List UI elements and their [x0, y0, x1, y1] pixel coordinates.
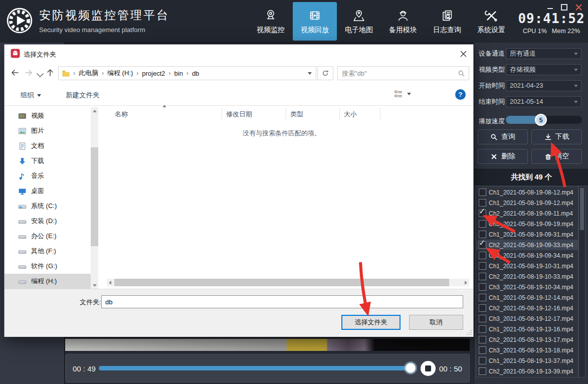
sidebar-item-documents[interactable]: 文档 [5, 138, 91, 153]
cancel-button[interactable]: 取消 [409, 315, 463, 330]
file-checkbox[interactable] [479, 252, 486, 259]
sidebar-item-downloads[interactable]: 下载 [5, 153, 91, 168]
breadcrumb-drive-h[interactable]: 编程 (H:) [107, 69, 133, 78]
file-list-item[interactable]: Ch1_2021-05-08-19-13-37.mp4 [476, 355, 578, 366]
file-list-item[interactable]: Ch1_2021-05-08-19-10-31.mp4 [476, 261, 578, 271]
maximize-icon[interactable] [561, 4, 567, 11]
start-date-picker[interactable]: 2021-04-23 [506, 80, 581, 91]
file-checkbox[interactable] [479, 294, 486, 301]
file-checkbox[interactable] [479, 325, 486, 333]
breadcrumb-db[interactable]: db [192, 70, 199, 77]
file-list-item[interactable]: Ch2_2021-05-08-19-10-33.mp4 [476, 271, 578, 282]
nav-log-query[interactable]: 日志查询 [425, 0, 469, 43]
file-checkbox[interactable] [479, 304, 486, 312]
dialog-close-button[interactable] [456, 48, 470, 60]
sidebar-item-desktop[interactable]: 桌面 [5, 183, 91, 199]
file-checkbox[interactable] [479, 367, 486, 375]
file-checkbox[interactable] [479, 241, 486, 249]
file-checkbox[interactable] [479, 273, 486, 280]
column-name[interactable]: 名称 [107, 108, 222, 121]
file-checkbox[interactable] [479, 346, 486, 354]
file-checkbox[interactable] [479, 336, 486, 343]
resize-grip[interactable] [466, 329, 472, 335]
sidebar-item-drive-f[interactable]: 其他 (F:) [5, 244, 91, 259]
query-button[interactable]: 查询 [478, 129, 528, 144]
file-list-item[interactable]: Ch2_2021-05-08-19-13-39.mp4 [476, 366, 578, 376]
scrollbar-thumb[interactable] [114, 279, 449, 286]
forward-button[interactable] [24, 68, 34, 78]
device-channel-select[interactable]: 所有通道 [506, 48, 581, 59]
help-button[interactable]: ? [455, 89, 466, 100]
video-type-select[interactable]: 存储视频 [506, 64, 581, 75]
sidebar-item-music[interactable]: 音乐 [5, 168, 91, 183]
breadcrumb-this-pc[interactable]: 此电脑 [79, 69, 98, 78]
file-checkbox[interactable] [479, 262, 486, 270]
nav-backup-module[interactable]: 备用模块 [381, 0, 425, 43]
delete-button[interactable]: 删除 [478, 149, 528, 164]
file-list-item[interactable]: Ch1_2021-05-08-19-13-16.mp4 [476, 324, 578, 334]
stop-button[interactable] [421, 361, 436, 376]
file-checkbox[interactable] [479, 283, 486, 291]
close-icon[interactable] [575, 4, 582, 11]
nav-video-monitor[interactable]: 视频监控 [249, 0, 293, 43]
up-button[interactable] [46, 68, 56, 78]
address-dropdown-icon[interactable] [308, 72, 312, 75]
file-list-item[interactable]: Ch1_2021-05-08-19-09-31.mp4 [476, 229, 578, 240]
refresh-button[interactable] [317, 66, 333, 80]
column-size[interactable]: 大小 [340, 108, 380, 121]
column-date-modified[interactable]: 修改日期 [222, 108, 286, 121]
file-checkbox[interactable] [479, 357, 486, 364]
column-type[interactable]: 类型 [286, 108, 340, 121]
scroll-left-icon[interactable] [109, 281, 111, 285]
download-button[interactable]: 下载 [531, 129, 582, 144]
file-checkbox[interactable] [479, 199, 486, 207]
sidebar-item-pictures[interactable]: 图片 [5, 123, 91, 138]
breadcrumb-project2[interactable]: project2 [142, 70, 165, 77]
file-checkbox[interactable] [479, 231, 486, 238]
file-list-item[interactable]: Ch3_2021-05-08-19-13-18.mp4 [476, 345, 578, 355]
file-list-item[interactable]: Ch1_2021-05-08-19-09-12.mp4 [476, 198, 578, 208]
sidebar-item-drive-g[interactable]: 软件 (G:) [5, 259, 91, 274]
sidebar-item-drive-e[interactable]: 办公 (E:) [5, 229, 91, 244]
file-checkbox[interactable] [479, 220, 486, 228]
sidebar-scrollbar[interactable] [91, 107, 98, 289]
file-list-scrollbar[interactable] [578, 186, 585, 377]
recent-locations-button[interactable] [36, 71, 46, 81]
scrollbar-thumb[interactable] [580, 188, 584, 230]
back-button[interactable] [11, 68, 21, 78]
file-list-item[interactable]: Ch3_2021-05-08-19-12-17.mp4 [476, 313, 578, 324]
scroll-down-icon[interactable] [93, 284, 97, 287]
file-list-item[interactable]: Ch2_2021-05-08-19-09-33.mp4 [476, 240, 578, 250]
file-list-item[interactable]: Ch3_2021-05-08-19-10-34.mp4 [476, 282, 578, 292]
clear-button[interactable]: 清空 [531, 149, 582, 164]
file-list-item[interactable]: Ch2_2021-05-08-19-12-16.mp4 [476, 303, 578, 313]
seek-bar[interactable] [99, 366, 417, 370]
sidebar-item-videos[interactable]: 视频 [5, 108, 91, 123]
minimize-icon[interactable] [547, 8, 553, 9]
sidebar-item-drive-h[interactable]: 编程 (H:) [5, 274, 91, 289]
file-checkbox[interactable] [479, 315, 486, 322]
breadcrumb-bin[interactable]: bin [174, 70, 183, 77]
folder-name-input[interactable] [101, 295, 463, 308]
file-list-item[interactable]: Ch3_2021-05-08-19-09-19.mp4 [476, 219, 578, 229]
search-input[interactable] [338, 67, 469, 80]
nav-system-settings[interactable]: 系统设置 [469, 0, 513, 43]
file-list-item[interactable]: Ch2_2021-05-08-19-13-17.mp4 [476, 334, 578, 345]
file-checkbox[interactable] [479, 188, 486, 196]
file-list-item[interactable]: Ch1_2021-05-08-19-08-12.mp4 [476, 187, 578, 198]
speed-slider-handle[interactable]: 5 [535, 114, 547, 126]
scroll-up-icon[interactable] [93, 110, 97, 112]
view-options-button[interactable] [395, 90, 411, 98]
nav-video-playback[interactable]: 视频回放 [293, 2, 337, 41]
seek-handle[interactable] [406, 363, 416, 373]
address-bar[interactable]: › 此电脑 › 编程 (H:) › project2 › bin › db [58, 66, 316, 80]
horizontal-scrollbar[interactable] [107, 279, 469, 286]
sidebar-item-drive-c[interactable]: 系统 (C:) [5, 199, 91, 214]
sidebar-item-drive-d[interactable]: 安装 (D:) [5, 214, 91, 229]
scrollbar-thumb[interactable] [91, 147, 98, 246]
file-list-item[interactable]: Ch1_2021-05-08-19-12-14.mp4 [476, 292, 578, 303]
new-folder-button[interactable]: 新建文件夹 [66, 91, 100, 100]
organize-menu[interactable]: 组织 [21, 91, 41, 100]
file-checkbox[interactable] [479, 210, 486, 217]
end-date-picker[interactable]: 2021-05-14 [506, 96, 581, 107]
